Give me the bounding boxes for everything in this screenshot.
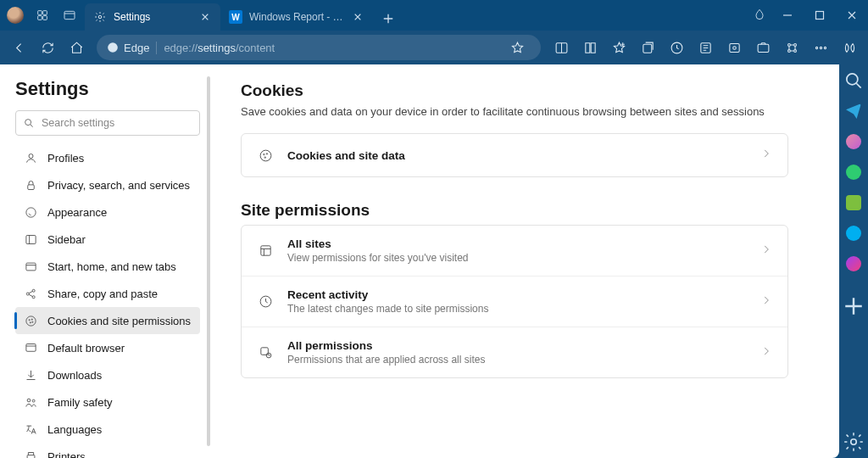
history-icon[interactable] — [663, 34, 690, 61]
split-screen-icon[interactable] — [548, 34, 575, 61]
chevron-right-icon — [760, 294, 772, 310]
nav-printers[interactable]: Printers — [15, 443, 200, 458]
svg-rect-2 — [38, 16, 42, 20]
nav-languages[interactable]: Languages — [15, 416, 200, 443]
workspaces-icon[interactable] — [31, 3, 54, 27]
tab-settings[interactable]: Settings — [85, 3, 220, 31]
nav-appearance[interactable]: Appearance — [15, 198, 200, 226]
site-favicon: W — [229, 10, 242, 24]
svg-point-35 — [31, 321, 32, 322]
reading-list-icon[interactable] — [576, 34, 604, 61]
tabs-icon — [24, 260, 37, 273]
nav-profiles[interactable]: Profiles — [15, 144, 200, 171]
permissions-card: All sitesView permissions for sites you'… — [241, 225, 788, 378]
row-cookies-and-site-data[interactable]: Cookies and site data — [242, 134, 787, 176]
nav-default-browser[interactable]: Default browser — [15, 334, 200, 361]
nav-downloads[interactable]: Downloads — [15, 361, 200, 388]
row-all-permissions[interactable]: All permissionsPermissions that are appl… — [242, 327, 787, 377]
browser-essentials-icon[interactable] — [721, 34, 748, 61]
nav-label: Languages — [47, 423, 102, 436]
nav-share[interactable]: Share, copy and paste — [15, 280, 200, 307]
collections-icon[interactable] — [634, 34, 661, 61]
address-url: edge://settings/content — [164, 42, 497, 54]
cookies-card: Cookies and site data — [241, 133, 788, 177]
svg-point-20 — [820, 47, 821, 48]
chevron-right-icon — [760, 243, 772, 259]
cookie-icon — [257, 147, 274, 164]
row-all-sites[interactable]: All sitesView permissions for sites you'… — [242, 226, 787, 276]
rail-add-button[interactable] — [843, 295, 865, 317]
nav-start[interactable]: Start, home, and new tabs — [15, 253, 200, 280]
svg-rect-6 — [816, 12, 824, 20]
svg-point-46 — [266, 153, 267, 154]
svg-point-13 — [732, 46, 736, 49]
maximize-button[interactable] — [804, 3, 836, 28]
share-icon — [24, 287, 37, 300]
svg-point-16 — [793, 43, 796, 46]
close-icon[interactable] — [198, 10, 212, 24]
clock-icon — [257, 293, 274, 310]
svg-rect-36 — [25, 344, 35, 351]
rail-search-icon[interactable] — [843, 70, 865, 92]
rail-telegram-icon[interactable] — [843, 100, 865, 122]
close-window-button[interactable] — [836, 3, 868, 28]
close-icon[interactable] — [351, 10, 364, 24]
new-tab-button[interactable] — [376, 7, 400, 31]
svg-point-33 — [31, 319, 32, 320]
sidebar-icon — [24, 232, 37, 246]
extensions-icon[interactable] — [692, 34, 719, 61]
toolbar: Edge edge://settings/content — [0, 31, 868, 64]
settings-sidebar: Settings Profiles Privacy, search, and s… — [0, 64, 210, 458]
edge-sidebar — [839, 64, 868, 458]
svg-rect-12 — [729, 43, 738, 52]
refresh-button[interactable] — [34, 34, 61, 61]
favorite-star-icon[interactable] — [504, 34, 531, 61]
search-field[interactable] — [42, 117, 192, 129]
chevron-right-icon — [760, 345, 772, 360]
tab-windows-report[interactable]: W Windows Report - Your go-to sou… — [220, 3, 373, 31]
tab-actions-icon[interactable] — [58, 3, 81, 27]
nav-cookies[interactable]: Cookies and site permissions — [15, 307, 200, 334]
svg-point-17 — [787, 49, 790, 52]
address-bar[interactable]: Edge edge://settings/content — [97, 35, 541, 60]
svg-point-32 — [29, 319, 30, 320]
favorites-icon[interactable] — [605, 34, 632, 61]
svg-rect-3 — [43, 16, 47, 20]
performance-icon[interactable] — [778, 34, 805, 61]
gear-icon — [93, 10, 107, 24]
rail-messenger-icon[interactable] — [843, 253, 865, 275]
back-button[interactable] — [5, 34, 32, 61]
row-recent-activity[interactable]: Recent activityThe latest changes made t… — [242, 276, 787, 327]
profile-avatar[interactable] — [3, 3, 27, 27]
settings-page: Settings Profiles Privacy, search, and s… — [0, 64, 839, 458]
row-title: Cookies and site data — [287, 149, 747, 162]
rail-skype-icon[interactable] — [843, 222, 865, 244]
svg-rect-9 — [643, 44, 651, 53]
appearance-icon — [24, 205, 37, 219]
rail-android-icon[interactable] — [843, 192, 865, 214]
sites-icon — [257, 243, 274, 260]
nav-label: Cookies and site permissions — [47, 315, 191, 327]
nav-family[interactable]: Family safety — [15, 388, 200, 416]
tab-title: Settings — [114, 11, 192, 23]
nav-sidebar[interactable]: Sidebar — [15, 226, 200, 253]
home-button[interactable] — [63, 34, 90, 61]
svg-point-37 — [27, 399, 31, 402]
svg-rect-1 — [43, 11, 47, 15]
svg-rect-24 — [27, 184, 34, 189]
svg-rect-48 — [260, 246, 270, 255]
row-desc: The latest changes made to site permissi… — [287, 303, 747, 315]
copilot-icon[interactable] — [836, 34, 863, 61]
section-heading-cookies: Cookies — [241, 81, 788, 100]
nav-privacy[interactable]: Privacy, search, and services — [15, 171, 200, 198]
rail-settings-icon[interactable] — [843, 431, 865, 453]
screenshot-icon[interactable] — [749, 34, 776, 61]
rewards-icon[interactable] — [748, 3, 771, 27]
more-menu-button[interactable] — [807, 34, 834, 61]
svg-rect-14 — [758, 44, 769, 52]
search-input[interactable] — [15, 110, 200, 136]
rail-whatsapp-icon[interactable] — [843, 161, 865, 183]
printer-icon — [24, 450, 37, 458]
rail-app-icon[interactable] — [843, 131, 865, 153]
minimize-button[interactable] — [771, 3, 804, 28]
